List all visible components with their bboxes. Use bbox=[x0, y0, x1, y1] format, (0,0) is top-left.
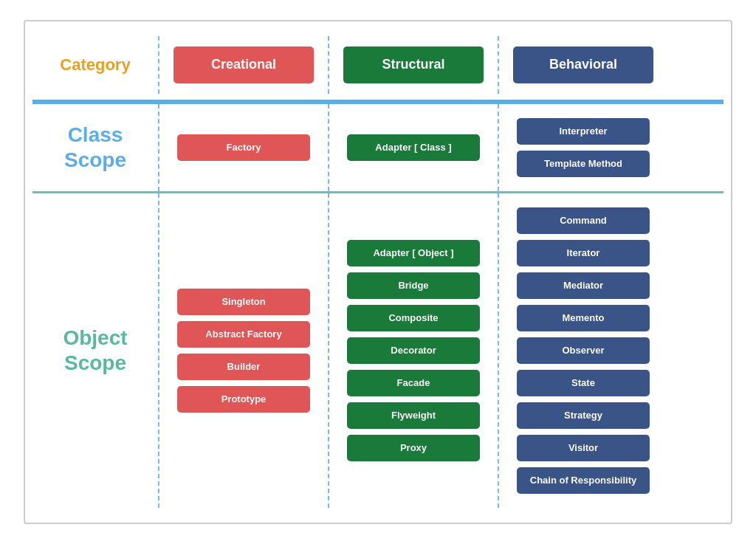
object-scope-label: Object Scope bbox=[32, 193, 158, 508]
class-scope-creational-col: Factory bbox=[158, 104, 328, 191]
list-item: Chain of Responsibility bbox=[517, 467, 650, 494]
list-item: Command bbox=[517, 207, 650, 234]
list-item: Prototype bbox=[177, 386, 310, 413]
list-item: Mediator bbox=[517, 272, 650, 299]
class-scope-section: Class Scope Factory Adapter [ Class ] In… bbox=[32, 102, 724, 193]
class-scope-label: Class Scope bbox=[32, 104, 158, 191]
list-item: Visitor bbox=[517, 435, 650, 461]
behavioral-header: Behavioral bbox=[498, 36, 667, 94]
object-scope-section: Object Scope Singleton Abstract Factory … bbox=[32, 193, 724, 508]
list-item: Template Method bbox=[517, 151, 650, 177]
creational-label: Creational bbox=[173, 47, 314, 83]
list-item: Strategy bbox=[517, 402, 650, 429]
list-item: Composite bbox=[347, 305, 480, 331]
list-item: Interpreter bbox=[517, 118, 650, 145]
class-scope-text: Class Scope bbox=[64, 123, 126, 172]
category-header: Category bbox=[32, 36, 158, 94]
header-row: Category Creational Structural Behaviora… bbox=[32, 36, 724, 102]
list-item: Facade bbox=[347, 370, 480, 396]
object-scope-creational-col: Singleton Abstract Factory Builder Proto… bbox=[158, 193, 328, 508]
class-scope-behavioral-col: Interpreter Template Method bbox=[498, 104, 667, 191]
list-item: Proxy bbox=[347, 435, 480, 461]
list-item: Bridge bbox=[347, 272, 480, 299]
design-patterns-chart: Category Creational Structural Behaviora… bbox=[24, 20, 732, 524]
object-scope-text: Object Scope bbox=[63, 326, 127, 375]
list-item: Observer bbox=[517, 337, 650, 364]
list-item: Builder bbox=[177, 354, 310, 380]
list-item: Adapter [ Object ] bbox=[347, 240, 480, 266]
behavioral-label: Behavioral bbox=[513, 47, 653, 83]
structural-label: Structural bbox=[343, 47, 484, 83]
object-scope-structural-col: Adapter [ Object ] Bridge Composite Deco… bbox=[328, 193, 498, 508]
object-scope-behavioral-col: Command Iterator Mediator Memento Observ… bbox=[498, 193, 667, 508]
list-item: Singleton bbox=[177, 289, 310, 315]
structural-header: Structural bbox=[328, 36, 498, 94]
list-item: Factory bbox=[177, 134, 310, 161]
list-item: State bbox=[517, 370, 650, 396]
class-scope-structural-col: Adapter [ Class ] bbox=[328, 104, 498, 191]
category-label: Category bbox=[60, 55, 130, 75]
list-item: Abstract Factory bbox=[177, 321, 310, 348]
creational-header: Creational bbox=[158, 36, 328, 94]
list-item: Decorator bbox=[347, 337, 480, 364]
list-item: Flyweight bbox=[347, 402, 480, 429]
list-item: Adapter [ Class ] bbox=[347, 134, 480, 161]
list-item: Iterator bbox=[517, 240, 650, 266]
list-item: Memento bbox=[517, 305, 650, 331]
